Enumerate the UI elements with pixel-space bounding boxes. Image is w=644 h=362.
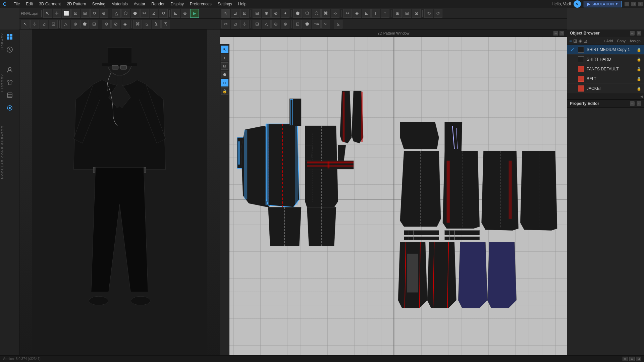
- pattern-tool-2[interactable]: +: [221, 54, 228, 61]
- r2t1[interactable]: ↖: [21, 20, 30, 28]
- p2t7[interactable]: ⊗: [281, 20, 289, 28]
- r2t9[interactable]: ⊗: [102, 20, 111, 28]
- r2t5[interactable]: △: [61, 20, 70, 28]
- ob-icon-grid[interactable]: ⊞: [573, 38, 577, 44]
- menu-2dpattern[interactable]: 2D Pattern: [64, 1, 89, 7]
- tool-4[interactable]: ⊡: [71, 9, 80, 18]
- tool-10[interactable]: ⬣: [131, 9, 140, 18]
- ob-close[interactable]: ×: [637, 31, 641, 36]
- r2t15[interactable]: ⊼: [161, 20, 170, 28]
- ptool-22[interactable]: ⟳: [434, 9, 442, 18]
- ptool-8[interactable]: ⬟: [293, 9, 302, 18]
- ob-lock-5[interactable]: 🔒: [637, 86, 641, 91]
- ptool-4[interactable]: ⊞: [253, 9, 261, 18]
- tool-select[interactable]: ↖: [43, 9, 52, 18]
- menu-preferences[interactable]: Preferences: [187, 1, 214, 7]
- ptool-11[interactable]: ⌘: [321, 9, 330, 18]
- r2t11[interactable]: ◈: [121, 20, 129, 28]
- pattern-tool-3[interactable]: ⊡: [221, 62, 228, 70]
- r2t6[interactable]: ⊕: [71, 20, 79, 28]
- ptool-14[interactable]: ◈: [353, 9, 361, 18]
- menu-render[interactable]: Render: [149, 1, 167, 7]
- ob-add-button[interactable]: + Add: [602, 39, 614, 43]
- r2t8[interactable]: ⊞: [90, 20, 98, 28]
- sidebar-fabric[interactable]: [3, 89, 16, 101]
- p2t2[interactable]: ⊿: [231, 20, 239, 28]
- pattern-expand[interactable]: □: [559, 31, 564, 36]
- ob-item-pants-default[interactable]: ✓ PANTS DEFAULT 🔒: [567, 64, 644, 74]
- status-btn-3[interactable]: ⊡: [636, 357, 641, 361]
- menu-sewing[interactable]: Sewing: [90, 1, 108, 7]
- menu-3dgarment[interactable]: 3D Garment: [36, 1, 63, 7]
- tool-12[interactable]: ⊿: [150, 9, 158, 18]
- p2t4[interactable]: ⊞: [253, 20, 261, 28]
- sidebar-library[interactable]: [3, 31, 16, 43]
- tool-15[interactable]: ⊕: [181, 9, 190, 18]
- tool-13[interactable]: ⟲: [159, 9, 168, 18]
- ob-lock-4[interactable]: 🔒: [637, 77, 641, 81]
- ptool-16[interactable]: T: [371, 9, 380, 18]
- panel-collapse-handle[interactable]: ◀: [567, 94, 644, 100]
- ptool-2[interactable]: ⊿: [231, 9, 239, 18]
- ptool-19[interactable]: ⊟: [402, 9, 411, 18]
- pe-close[interactable]: ×: [637, 101, 641, 106]
- p2t1[interactable]: ✂: [221, 20, 230, 28]
- ob-lock-1[interactable]: 🔒: [637, 48, 641, 52]
- p2t10[interactable]: mm: [312, 20, 321, 28]
- p2t11[interactable]: %: [321, 20, 330, 28]
- pattern-canvas[interactable]: ↖ + ⊡ ⬟ □ 🔒: [220, 37, 567, 362]
- menu-settings[interactable]: Settings: [215, 1, 235, 7]
- tool-sim[interactable]: ▶: [190, 9, 199, 18]
- ptool-3[interactable]: ⊡: [240, 9, 249, 18]
- menu-file[interactable]: File: [11, 1, 22, 7]
- p2t5[interactable]: △: [262, 20, 271, 28]
- ob-item-belt[interactable]: ✓ BELT 🔒: [567, 74, 644, 84]
- close-button[interactable]: ×: [638, 2, 643, 6]
- ptool-21[interactable]: ⟲: [424, 9, 433, 18]
- r2t14[interactable]: ⊻: [152, 20, 161, 28]
- simulation-button[interactable]: ▶ SIMULATION ▼: [584, 1, 622, 7]
- ob-assign-button[interactable]: Assign: [628, 39, 642, 43]
- status-btn-1[interactable]: ▭: [623, 357, 628, 361]
- ptool-17[interactable]: T̲: [381, 9, 389, 18]
- ptool-20[interactable]: ⊠: [412, 9, 421, 18]
- r2t3[interactable]: ⊿: [40, 20, 48, 28]
- sidebar-modular[interactable]: [3, 102, 16, 114]
- sidebar-avatar[interactable]: [3, 64, 16, 76]
- p2t8[interactable]: ⊡: [293, 20, 302, 28]
- tool-move[interactable]: ✛: [53, 9, 61, 18]
- minimize-button[interactable]: ─: [625, 2, 629, 6]
- status-btn-2[interactable]: ⊞: [629, 357, 635, 361]
- ob-lock-3[interactable]: 🔒: [637, 67, 641, 71]
- tool-6[interactable]: ↺: [90, 9, 99, 18]
- ptool-5[interactable]: ⊕: [262, 9, 271, 18]
- ptool-13[interactable]: ✂: [343, 9, 352, 18]
- r2t12[interactable]: ⌘: [133, 20, 142, 28]
- p2t3[interactable]: ⊹: [240, 20, 249, 28]
- ob-minimize[interactable]: ─: [630, 31, 635, 36]
- pattern-minimize[interactable]: ─: [553, 31, 558, 36]
- tool-rect-select[interactable]: ⬜: [62, 9, 71, 18]
- p2t6[interactable]: ⊕: [271, 20, 280, 28]
- pattern-tool-5[interactable]: □: [221, 79, 228, 86]
- sidebar-history[interactable]: [3, 44, 16, 56]
- ob-item-shirt-hard[interactable]: ✓ SHIRT HARD 🔒: [567, 55, 644, 64]
- r2t13[interactable]: ⊾: [143, 20, 151, 28]
- ptool-10[interactable]: ⬡: [312, 9, 321, 18]
- user-avatar[interactable]: V: [574, 0, 581, 8]
- simulation-dropdown-icon[interactable]: ▼: [615, 2, 618, 6]
- r2t7[interactable]: ⬟: [80, 20, 89, 28]
- ob-icon-sort[interactable]: ⊿: [584, 38, 588, 44]
- pattern-tool-select[interactable]: ↖: [221, 46, 228, 53]
- ob-item-jacket[interactable]: ✓ JACKET 🔒: [567, 84, 644, 94]
- ptool-6[interactable]: ⊗: [271, 9, 280, 18]
- pattern-tool-lock[interactable]: 🔒: [221, 87, 228, 95]
- ob-item-shirt-medium-copy[interactable]: ✓ SHIRT MEDIUM Copy 1 🔒: [567, 45, 644, 55]
- menu-avatar[interactable]: Avatar: [131, 1, 148, 7]
- pe-minimize[interactable]: ─: [630, 101, 635, 106]
- model-viewport[interactable]: LV: [19, 29, 220, 362]
- tool-7[interactable]: ⊕: [100, 9, 108, 18]
- ptool-arrow[interactable]: ↖: [221, 9, 230, 18]
- tool-9[interactable]: ⬡: [121, 9, 130, 18]
- p2t12[interactable]: ⊾: [334, 20, 342, 28]
